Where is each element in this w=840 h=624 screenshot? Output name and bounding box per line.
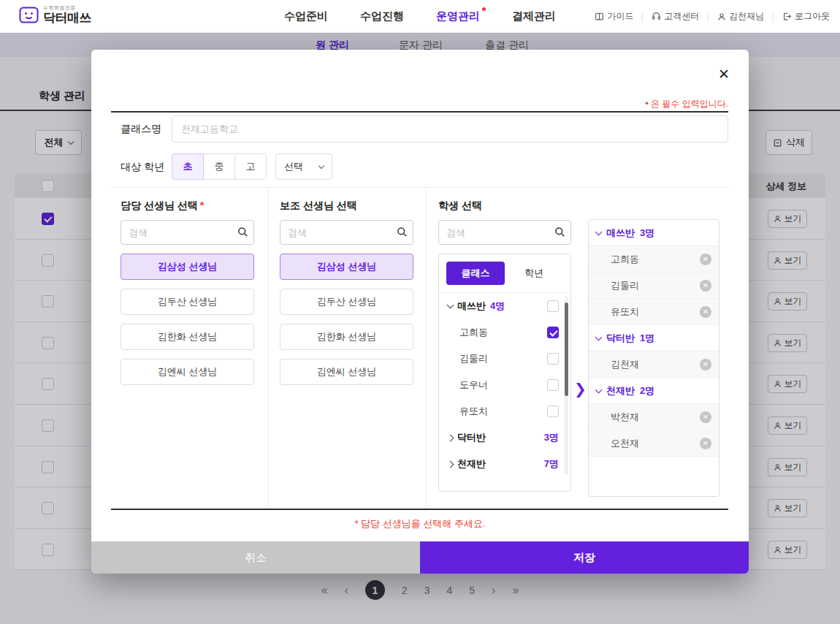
global-nav: 수업준비 수업진행 운영관리 결제관리 [284, 0, 556, 33]
remove-icon[interactable]: ✕ [700, 438, 711, 449]
nav-lesson-progress[interactable]: 수업진행 [360, 9, 404, 23]
student-checkbox[interactable] [547, 379, 559, 391]
group-count: 7명 [544, 457, 559, 471]
logout-label: 로그아웃 [795, 10, 830, 23]
student-checkbox[interactable] [547, 406, 559, 417]
group-name: 닥터반 [457, 431, 486, 444]
group-count: 2명 [640, 384, 654, 397]
logo-icon [19, 7, 39, 23]
top-header: 수학학원전문 닥터매쓰 수업준비 수업진행 운영관리 결제관리 가이드 │ 고객… [0, 0, 840, 33]
teacher-item[interactable]: 김엔씨 선생님 [121, 359, 254, 385]
group-name: 천재반 [606, 384, 635, 397]
save-button[interactable]: 저장 [420, 541, 749, 574]
teacher-item[interactable]: 김두산 선생님 [121, 289, 254, 315]
selected-student-row: 유또치 ✕ [589, 299, 719, 325]
required-note: • 은 필수 입력입니다. [645, 98, 728, 110]
warning-message: * 담당 선생님을 선택해 주세요. [91, 517, 749, 530]
selected-group-header[interactable]: 닥터반 1명 [589, 325, 719, 351]
student-tree-box: 클래스 학년 매쓰반 4명 고희동 김둘리 도우너 유또치 [438, 254, 571, 492]
remove-icon[interactable]: ✕ [700, 254, 711, 265]
group-name: 천재반 [457, 457, 486, 471]
student-select-column: 학생 선택 클래스 학년 매쓰반 4명 고희동 김둘리 [438, 199, 571, 492]
grade-elementary-button[interactable]: 초 [172, 153, 204, 180]
group-name: 매쓰반 [606, 227, 635, 240]
student-search [438, 220, 571, 245]
book-icon [595, 12, 604, 21]
group-name: 매쓰반 [457, 300, 486, 313]
class-edit-modal: ✕ • 은 필수 입력입니다. 클래스명 대상 학년 초 중 고 선택 담당 선… [91, 50, 749, 574]
modal-footer: 취소 저장 [91, 541, 749, 574]
assist-teacher-search-input[interactable] [280, 220, 413, 245]
guide-label: 가이드 [607, 10, 633, 23]
student-name: 고희동 [611, 253, 639, 266]
assist-teacher-title: 보조 선생님 선택 [280, 199, 413, 216]
group-row-genius[interactable]: 천재반 7명 [439, 451, 570, 477]
group-row-doctor[interactable]: 닥터반 3명 [439, 425, 570, 451]
logo-tagline: 수학학원전문 [43, 5, 91, 10]
selected-group-header[interactable]: 천재반 2명 [589, 378, 719, 404]
chevron-down-icon [595, 333, 603, 340]
tab-class[interactable]: 클래스 [446, 262, 505, 285]
remove-icon[interactable]: ✕ [700, 411, 711, 423]
divider: │ [706, 12, 711, 21]
selected-student-row: 박천재 ✕ [589, 404, 719, 430]
divider [426, 189, 427, 509]
teacher-item[interactable]: 김한화 선생님 [280, 324, 413, 350]
divider: │ [640, 12, 645, 21]
divider [111, 187, 728, 188]
student-name: 박천재 [611, 411, 639, 424]
cancel-button[interactable]: 취소 [91, 541, 420, 574]
student-row: 유또치 [439, 398, 570, 425]
chevron-right-icon [447, 434, 454, 441]
divider [111, 509, 728, 510]
chevron-right-icon [447, 460, 454, 468]
guide-link[interactable]: 가이드 [595, 10, 633, 23]
scrollbar-thumb[interactable] [565, 303, 568, 396]
user-account[interactable]: 김천재님 [717, 10, 764, 23]
grade-select-value: 선택 [284, 160, 303, 173]
main-teacher-search-input[interactable] [121, 220, 254, 245]
selected-group-header[interactable]: 매쓰반 3명 [589, 220, 719, 246]
grade-segmented-control: 초 중 고 [172, 153, 267, 180]
divider: │ [771, 12, 776, 21]
grade-high-button[interactable]: 고 [234, 153, 267, 180]
remove-icon[interactable]: ✕ [700, 280, 711, 292]
group-row-maths[interactable]: 매쓰반 4명 [439, 293, 570, 319]
close-icon[interactable]: ✕ [718, 66, 730, 83]
remove-icon[interactable]: ✕ [700, 306, 711, 318]
student-name: 김천재 [611, 358, 639, 371]
teacher-item-selected[interactable]: 김삼성 선생님 [121, 254, 254, 280]
teacher-item[interactable]: 김한화 선생님 [121, 324, 254, 350]
student-checkbox[interactable] [547, 353, 559, 365]
selected-students-panel: 매쓰반 3명 고희동 ✕ 김둘리 ✕ 유또치 ✕ 닥터반 1명 김천재 ✕ 천재… [588, 219, 719, 497]
support-link[interactable]: 고객센터 [652, 10, 699, 23]
class-name-input[interactable] [172, 115, 728, 142]
student-row: 도우너 [439, 372, 570, 398]
nav-payment[interactable]: 결제관리 [512, 9, 556, 23]
assist-teacher-search [280, 220, 413, 245]
header-utilities: 가이드 │ 고객센터 │ 김천재님 │ 로그아웃 [595, 0, 830, 33]
teacher-item[interactable]: 김엔씨 선생님 [280, 359, 413, 385]
teacher-item-selected[interactable]: 김삼성 선생님 [280, 254, 413, 280]
app-logo[interactable]: 수학학원전문 닥터매쓰 [19, 5, 91, 24]
grade-middle-button[interactable]: 중 [203, 153, 235, 180]
remove-icon[interactable]: ✕ [700, 359, 711, 370]
student-name: 유또치 [459, 405, 488, 418]
group-checkbox[interactable] [547, 300, 559, 312]
student-search-input[interactable] [438, 220, 571, 245]
assist-teacher-column: 보조 선생님 선택 김삼성 선생님 김두산 선생님 김한화 선생님 김엔씨 선생… [280, 199, 413, 385]
selected-student-row: 김천재 ✕ [589, 351, 719, 378]
headset-icon [652, 12, 661, 21]
teacher-item[interactable]: 김두산 선생님 [280, 289, 413, 315]
nav-operations[interactable]: 운영관리 [436, 9, 480, 23]
chevron-down-icon [595, 228, 603, 235]
logout-link[interactable]: 로그아웃 [782, 10, 830, 23]
nav-lesson-prep[interactable]: 수업준비 [284, 9, 328, 23]
selected-student-row: 김둘리 ✕ [589, 273, 719, 299]
transfer-arrow-icon: ❯ [574, 380, 587, 397]
student-checkbox[interactable] [547, 327, 559, 338]
student-select-title: 학생 선택 [438, 199, 571, 216]
divider [111, 111, 728, 113]
tab-grade[interactable]: 학년 [505, 267, 563, 280]
grade-select[interactable]: 선택 [275, 153, 332, 180]
